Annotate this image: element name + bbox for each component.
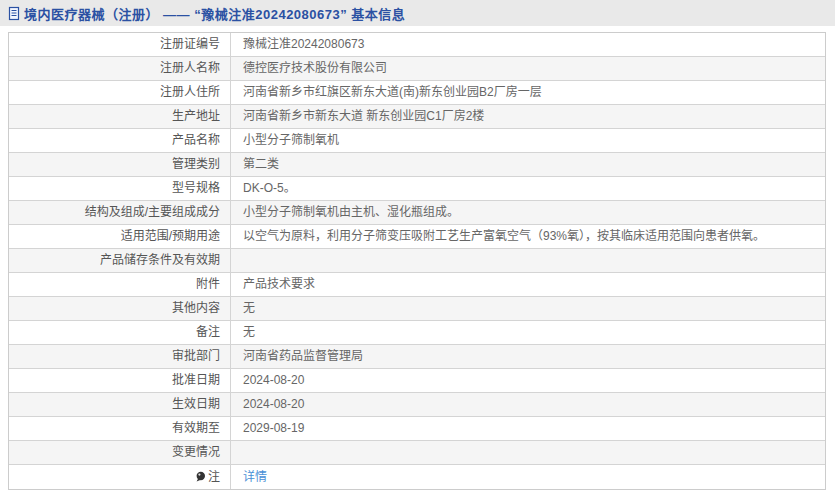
row-value-cell: 小型分子筛制氧机由主机、湿化瓶组成。 xyxy=(231,201,825,224)
table-row: 生产地址 河南省新乡市新东大道 新东创业园C1厂房2楼 xyxy=(9,105,825,129)
row-value-text: 无 xyxy=(243,321,255,344)
row-value-cell: 第二类 xyxy=(231,153,825,176)
row-value-text: 2024-08-20 xyxy=(243,393,304,416)
row-label: 变更情况 xyxy=(172,441,220,464)
row-label: 附件 xyxy=(196,273,220,296)
table-row: 有效期至 2029-08-19 xyxy=(9,417,825,441)
row-label-cell: 注 xyxy=(9,465,231,489)
row-value-text: 小型分子筛制氧机 xyxy=(243,129,339,152)
row-value-cell: 以空气为原料，利用分子筛变压吸附工艺生产富氧空气（93%氧），按其临床适用范围向… xyxy=(231,225,825,248)
table-row: 产品名称 小型分子筛制氧机 xyxy=(9,129,825,153)
row-value-text: 第二类 xyxy=(243,153,279,176)
row-label: 备注 xyxy=(196,321,220,344)
row-label-cell: 生产地址 xyxy=(9,105,231,128)
row-label: 注 xyxy=(208,466,220,489)
row-label: 结构及组成/主要组成成分 xyxy=(85,201,220,224)
table-row: 管理类别 第二类 xyxy=(9,153,825,177)
row-value-cell: 2024-08-20 xyxy=(231,369,825,392)
table-row: 批准日期 2024-08-20 xyxy=(9,369,825,393)
detail-link[interactable]: 详情 xyxy=(243,466,267,489)
row-label-cell: 适用范围/预期用途 xyxy=(9,225,231,248)
row-label-cell: 注册证编号 xyxy=(9,33,231,56)
table-row: 注册人住所 河南省新乡市红旗区新东大道(南)新东创业园B2厂房一层 xyxy=(9,81,825,105)
table-row: 备注 无 xyxy=(9,321,825,345)
row-label-cell: 结构及组成/主要组成成分 xyxy=(9,201,231,224)
row-value-cell: 河南省新乡市红旗区新东大道(南)新东创业园B2厂房一层 xyxy=(231,81,825,104)
row-value-text: 产品技术要求 xyxy=(243,273,315,296)
row-value-text: 豫械注准20242080673 xyxy=(243,33,364,56)
table-row: 变更情况 xyxy=(9,441,825,465)
row-value-cell: 详情 xyxy=(231,465,825,489)
row-value-text: DK-O-5。 xyxy=(243,177,296,200)
row-label-cell: 管理类别 xyxy=(9,153,231,176)
row-value-text: 以空气为原料，利用分子筛变压吸附工艺生产富氧空气（93%氧），按其临床适用范围向… xyxy=(243,225,765,248)
row-label-cell: 有效期至 xyxy=(9,417,231,440)
row-value-cell xyxy=(231,441,825,464)
row-value-cell: 河南省新乡市新东大道 新东创业园C1厂房2楼 xyxy=(231,105,825,128)
row-value-cell xyxy=(231,249,825,272)
row-value-text: 无 xyxy=(243,297,255,320)
info-table-body: 注册证编号 豫械注准20242080673 注册人名称 德控医疗技术股份有限公司 xyxy=(9,33,825,489)
row-label: 有效期至 xyxy=(172,417,220,440)
row-label-cell: 注册人名称 xyxy=(9,57,231,80)
row-value-text: 河南省新乡市红旗区新东大道(南)新东创业园B2厂房一层 xyxy=(243,81,542,104)
row-label: 审批部门 xyxy=(172,345,220,368)
page-header: 境内医疗器械（注册） —— “豫械注准20242080673” 基本信息 xyxy=(0,0,835,26)
page-title: 境内医疗器械（注册） —— “豫械注准20242080673” 基本信息 xyxy=(24,4,405,23)
row-value-text: 德控医疗技术股份有限公司 xyxy=(243,57,387,80)
row-value-text: 河南省药品监督管理局 xyxy=(243,345,363,368)
table-row: 产品储存条件及有效期 xyxy=(9,249,825,273)
row-label: 注册人住所 xyxy=(160,81,220,104)
row-label-cell: 备注 xyxy=(9,321,231,344)
row-label-cell: 审批部门 xyxy=(9,345,231,368)
table-row: 审批部门 河南省药品监督管理局 xyxy=(9,345,825,369)
row-value-cell: 无 xyxy=(231,297,825,320)
row-label: 型号规格 xyxy=(172,177,220,200)
row-label: 生产地址 xyxy=(172,105,220,128)
row-label: 其他内容 xyxy=(172,297,220,320)
row-label-cell: 附件 xyxy=(9,273,231,296)
row-label-cell: 产品储存条件及有效期 xyxy=(9,249,231,272)
row-value-text: 2024-08-20 xyxy=(243,369,304,392)
registration-info-table: 注册证编号 豫械注准20242080673 注册人名称 德控医疗技术股份有限公司 xyxy=(8,32,826,490)
row-value-cell: 2029-08-19 xyxy=(231,417,825,440)
row-label: 注册人名称 xyxy=(160,57,220,80)
row-label-cell: 变更情况 xyxy=(9,441,231,464)
table-row: 生效日期 2024-08-20 xyxy=(9,393,825,417)
row-label-cell: 型号规格 xyxy=(9,177,231,200)
row-value-cell: 德控医疗技术股份有限公司 xyxy=(231,57,825,80)
row-label-cell: 注册人住所 xyxy=(9,81,231,104)
row-label: 注册证编号 xyxy=(160,33,220,56)
row-value-cell: 小型分子筛制氧机 xyxy=(231,129,825,152)
row-label: 批准日期 xyxy=(172,369,220,392)
row-label: 管理类别 xyxy=(172,153,220,176)
row-label-cell: 其他内容 xyxy=(9,297,231,320)
table-row: 注册证编号 豫械注准20242080673 xyxy=(9,33,825,57)
row-label-cell: 产品名称 xyxy=(9,129,231,152)
table-row: 注册人名称 德控医疗技术股份有限公司 xyxy=(9,57,825,81)
table-row: 型号规格 DK-O-5。 xyxy=(9,177,825,201)
row-label: 产品储存条件及有效期 xyxy=(100,249,220,272)
note-balloon-icon xyxy=(195,471,206,483)
row-value-cell: 产品技术要求 xyxy=(231,273,825,296)
row-value-text: 小型分子筛制氧机由主机、湿化瓶组成。 xyxy=(243,201,459,224)
table-row: 适用范围/预期用途 以空气为原料，利用分子筛变压吸附工艺生产富氧空气（93%氧）… xyxy=(9,225,825,249)
table-row: 其他内容 无 xyxy=(9,297,825,321)
row-label: 生效日期 xyxy=(172,393,220,416)
document-icon xyxy=(7,6,21,21)
table-row: 注 详情 xyxy=(9,465,825,489)
row-value-cell: DK-O-5。 xyxy=(231,177,825,200)
row-label: 产品名称 xyxy=(172,129,220,152)
table-row: 附件 产品技术要求 xyxy=(9,273,825,297)
row-value-cell: 豫械注准20242080673 xyxy=(231,33,825,56)
table-row: 结构及组成/主要组成成分 小型分子筛制氧机由主机、湿化瓶组成。 xyxy=(9,201,825,225)
row-value-text: 河南省新乡市新东大道 新东创业园C1厂房2楼 xyxy=(243,105,484,128)
row-value-cell: 2024-08-20 xyxy=(231,393,825,416)
row-label-cell: 生效日期 xyxy=(9,393,231,416)
row-value-cell: 无 xyxy=(231,321,825,344)
row-value-cell: 河南省药品监督管理局 xyxy=(231,345,825,368)
row-label: 适用范围/预期用途 xyxy=(121,225,220,248)
row-value-text: 2029-08-19 xyxy=(243,417,304,440)
row-label-cell: 批准日期 xyxy=(9,369,231,392)
